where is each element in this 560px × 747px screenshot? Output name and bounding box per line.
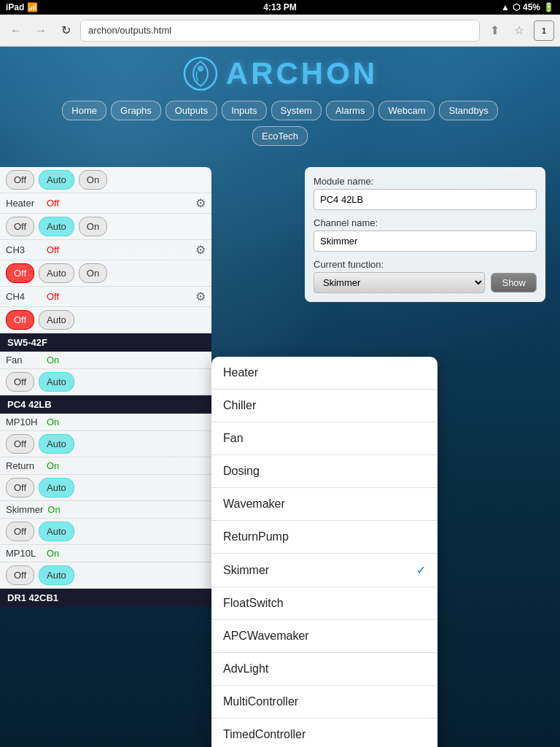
section-dr1: DR1 42CB1 xyxy=(0,589,211,607)
channel-name-skimmer: Skimmer xyxy=(6,504,43,515)
ctrl-row-skimmer: Off Auto xyxy=(0,519,211,545)
dropdown-item-dosing[interactable]: Dosing xyxy=(211,455,438,488)
on-btn-2[interactable]: On xyxy=(79,217,107,236)
channel-status-ch3: Off xyxy=(47,244,59,255)
nav-standbys[interactable]: Standbys xyxy=(439,101,497,120)
tab-count[interactable]: 1 xyxy=(534,20,554,41)
dropdown-item-multicontroller[interactable]: MultiController xyxy=(211,686,438,719)
function-label: Current function: xyxy=(314,259,537,270)
nav-system[interactable]: System xyxy=(271,101,322,120)
ctrl-row-mp10h: Off Auto xyxy=(0,431,211,457)
on-btn-1[interactable]: On xyxy=(79,170,107,190)
status-bar: iPad 📶 4:13 PM ▲ ⬡ 45% 🔋 xyxy=(0,0,560,15)
ctrl-row-return: Off Auto xyxy=(0,475,211,501)
dropdown-item-returnpump[interactable]: ReturnPump xyxy=(211,521,438,554)
dropdown-item-heater[interactable]: Heater xyxy=(211,357,438,390)
channel-label: Channel name: xyxy=(314,217,537,228)
dropdown-item-chiller[interactable]: Chiller xyxy=(211,390,438,422)
channel-row-mp10h: MP10H On xyxy=(0,414,211,431)
channel-row-skimmer: Skimmer On xyxy=(0,501,211,519)
channel-name-return: Return xyxy=(6,460,42,471)
channel-row-fan: Fan On xyxy=(0,352,211,369)
channel-row-mp10l: MP10L On xyxy=(0,545,211,562)
channel-name-mp10l: MP10L xyxy=(6,548,42,559)
url-bar[interactable] xyxy=(80,20,480,42)
module-label: Module name: xyxy=(314,176,537,187)
off-btn-2[interactable]: Off xyxy=(6,217,34,236)
forward-button[interactable]: → xyxy=(31,20,51,41)
browser-chrome: ← → ↻ ⬆ ☆ 1 xyxy=(0,15,560,47)
channel-name-mp10h: MP10H xyxy=(6,417,42,427)
nav-webcam[interactable]: Webcam xyxy=(378,101,435,120)
nav-ecotech[interactable]: EcoTech xyxy=(252,126,308,146)
auto-btn-mp10l[interactable]: Auto xyxy=(39,565,74,585)
signal-icon: ▲ xyxy=(501,2,510,12)
channel-status-fan: On xyxy=(47,355,59,365)
channel-row-return: Return On xyxy=(0,457,211,475)
nav-alarms[interactable]: Alarms xyxy=(326,101,374,120)
ctrl-row-1: Off Auto On xyxy=(0,167,211,193)
left-panel: Off Auto On Heater Off ⚙ Off Auto On CH3… xyxy=(0,167,211,607)
gear-icon-heater[interactable]: ⚙ xyxy=(195,196,206,210)
nav-home[interactable]: Home xyxy=(62,101,106,120)
ctrl-row-2: Off Auto On xyxy=(0,214,211,240)
dropdown-item-timedcontroller[interactable]: TimedController xyxy=(211,719,438,747)
channel-row-ch4: CH4 Off ⚙ xyxy=(0,287,211,307)
auto-btn-fan[interactable]: Auto xyxy=(39,372,74,392)
on-btn-3[interactable]: On xyxy=(79,263,107,283)
off-btn-3[interactable]: Off xyxy=(6,263,34,283)
nav-graphs[interactable]: Graphs xyxy=(111,101,161,120)
svg-point-1 xyxy=(198,66,203,71)
module-input[interactable] xyxy=(314,189,537,210)
bookmark-button[interactable]: ☆ xyxy=(509,20,529,41)
ctrl-row-mp10l: Off Auto xyxy=(0,562,211,589)
svg-point-0 xyxy=(184,58,217,90)
carrier-label: iPad xyxy=(6,2,24,12)
nav-outputs[interactable]: Outputs xyxy=(166,101,218,120)
reload-button[interactable]: ↻ xyxy=(55,20,76,41)
auto-btn-3[interactable]: Auto xyxy=(39,263,74,283)
dropdown-item-apcwavemaker[interactable]: APCWavemaker xyxy=(211,620,438,653)
auto-btn-4[interactable]: Auto xyxy=(39,310,74,330)
dropdown-item-skimmer[interactable]: Skimmer ✓ xyxy=(211,554,438,587)
auto-btn-2[interactable]: Auto xyxy=(39,217,74,236)
right-panel: Module name: Channel name: Current funct… xyxy=(305,167,545,302)
off-btn-mp10l[interactable]: Off xyxy=(6,565,34,585)
auto-btn-skimmer[interactable]: Auto xyxy=(39,522,74,541)
function-select[interactable]: Skimmer xyxy=(314,272,485,293)
ctrl-row-3: Off Auto On xyxy=(0,260,211,287)
channel-row-heater: Heater Off ⚙ xyxy=(0,193,211,214)
ctrl-row-4: Off Auto xyxy=(0,307,211,333)
show-button[interactable]: Show xyxy=(491,273,537,293)
off-btn-mp10h[interactable]: Off xyxy=(6,434,34,454)
channel-name-heater: Heater xyxy=(6,198,42,209)
channel-name-fan: Fan xyxy=(6,355,42,365)
dropdown-item-fan[interactable]: Fan xyxy=(211,422,438,455)
ecotech-area: EcoTech xyxy=(0,123,560,152)
off-btn-fan[interactable]: Off xyxy=(6,372,34,392)
dropdown-item-advlight[interactable]: AdvLight xyxy=(211,653,438,686)
channel-input[interactable] xyxy=(314,231,537,252)
off-btn-skimmer[interactable]: Off xyxy=(6,522,34,541)
logo-icon xyxy=(182,55,219,92)
bluetooth-icon: ⬡ xyxy=(513,2,520,12)
logo-text: ARCHON xyxy=(226,56,378,91)
nav-inputs[interactable]: Inputs xyxy=(222,101,266,120)
auto-btn-1[interactable]: Auto xyxy=(39,170,74,190)
function-row: Skimmer Show xyxy=(314,272,537,293)
back-button[interactable]: ← xyxy=(6,20,26,41)
off-btn-1[interactable]: Off xyxy=(6,170,34,190)
channel-status-mp10l: On xyxy=(47,548,59,559)
off-btn-return[interactable]: Off xyxy=(6,478,34,498)
channel-status-return: On xyxy=(47,460,59,471)
dropdown-item-floatswitch[interactable]: FloatSwitch xyxy=(211,587,438,620)
nav-bar: Home Graphs Outputs Inputs System Alarms… xyxy=(0,98,560,123)
auto-btn-return[interactable]: Auto xyxy=(39,478,74,498)
share-button[interactable]: ⬆ xyxy=(484,20,505,41)
gear-icon-ch4[interactable]: ⚙ xyxy=(195,290,206,303)
logo-area: ARCHON xyxy=(0,47,560,98)
auto-btn-mp10h[interactable]: Auto xyxy=(39,434,74,454)
gear-icon-ch3[interactable]: ⚙ xyxy=(195,243,206,257)
off-btn-4[interactable]: Off xyxy=(6,310,34,330)
dropdown-item-wavemaker[interactable]: Wavemaker xyxy=(211,488,438,521)
